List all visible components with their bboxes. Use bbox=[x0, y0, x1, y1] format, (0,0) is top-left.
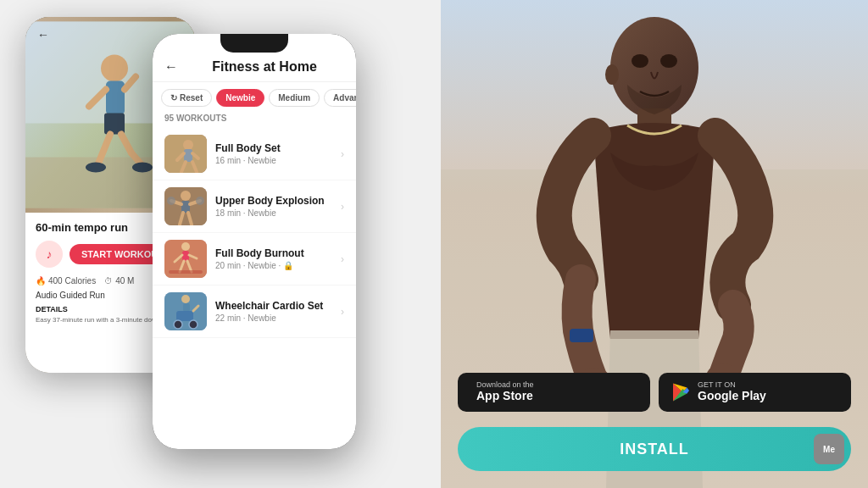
chevron-right-icon: › bbox=[341, 201, 344, 213]
list-item[interactable]: Full Body Burnout 20 min · Newbie · 🔒 › bbox=[153, 233, 356, 286]
svg-point-42 bbox=[174, 320, 182, 329]
workout-info: Wheelchair Cardio Set 22 min · Newbie bbox=[215, 300, 332, 323]
svg-rect-54 bbox=[570, 329, 593, 342]
fire-icon: 🔥 bbox=[36, 276, 46, 286]
svg-point-51 bbox=[605, 64, 619, 85]
list-item[interactable]: Full Body Set 16 min · Newbie › bbox=[153, 128, 356, 180]
workout-info: Full Body Burnout 20 min · Newbie · 🔒 bbox=[215, 247, 332, 270]
filter-row: ↻ Reset Newbie Medium Advanced bbox=[153, 82, 356, 114]
google-play-small-text: GET IT ON bbox=[698, 381, 766, 389]
google-play-big-text: Google Play bbox=[698, 389, 766, 403]
svg-rect-32 bbox=[182, 251, 189, 261]
store-buttons-container: Download on the App Store GET IT ON Goog… bbox=[458, 373, 851, 412]
workout-info: Upper Body Explosion 18 min · Newbie bbox=[215, 195, 332, 218]
google-play-text: GET IT ON Google Play bbox=[698, 381, 766, 403]
clock-icon: ⏱ bbox=[104, 276, 113, 286]
workout-image bbox=[164, 292, 207, 330]
svg-point-43 bbox=[189, 320, 198, 329]
chevron-right-icon: › bbox=[341, 306, 344, 318]
svg-point-53 bbox=[660, 54, 677, 68]
workout-image bbox=[164, 240, 207, 278]
phone-front: ← Fitness at Home ↻ Reset Newbie Medium bbox=[153, 34, 356, 449]
app-store-small-text: Download on the bbox=[476, 381, 534, 389]
app-store-text: Download on the App Store bbox=[476, 381, 534, 403]
filter-newbie[interactable]: Newbie bbox=[216, 89, 264, 107]
workout-thumbnail bbox=[164, 292, 207, 330]
left-section: ← 60-min tempo run ♪ START WORKOUT 🔥 400… bbox=[0, 0, 441, 488]
workouts-count: 95 WORKOUTS bbox=[153, 114, 356, 128]
chevron-right-icon: › bbox=[341, 253, 344, 265]
app-store-button[interactable]: Download on the App Store bbox=[458, 373, 650, 412]
svg-point-26 bbox=[167, 197, 175, 205]
workout-name: Full Body Set bbox=[215, 142, 332, 154]
svg-rect-23 bbox=[181, 201, 190, 213]
workout-info: Full Body Set 16 min · Newbie bbox=[215, 142, 332, 165]
svg-point-52 bbox=[632, 54, 648, 68]
google-play-button[interactable]: GET IT ON Google Play bbox=[659, 373, 851, 412]
workout-thumbnail bbox=[164, 240, 207, 278]
workout-meta: 18 min · Newbie bbox=[215, 208, 332, 218]
right-section: Download on the App Store GET IT ON Goog… bbox=[441, 0, 868, 488]
filter-medium[interactable]: Medium bbox=[269, 89, 320, 107]
workout-meta: 22 min · Newbie bbox=[215, 313, 332, 323]
svg-point-31 bbox=[181, 242, 190, 251]
reset-label: Reset bbox=[180, 93, 203, 103]
advanced-label: Advanced bbox=[333, 93, 356, 103]
svg-rect-37 bbox=[169, 270, 203, 274]
fitness-title: Fitness at Home bbox=[185, 59, 344, 75]
calories-value: 400 Calories bbox=[48, 276, 96, 286]
avatar[interactable]: Me bbox=[814, 434, 844, 464]
svg-rect-41 bbox=[176, 311, 193, 321]
medium-label: Medium bbox=[278, 93, 310, 103]
app-store-big-text: App Store bbox=[476, 389, 534, 403]
workout-name: Upper Body Explosion bbox=[215, 195, 332, 207]
right-background bbox=[441, 0, 868, 488]
svg-point-12 bbox=[132, 163, 153, 173]
svg-rect-16 bbox=[184, 149, 192, 162]
svg-point-15 bbox=[183, 140, 193, 150]
workout-image bbox=[164, 135, 207, 173]
calories-stat: 🔥 400 Calories bbox=[36, 276, 96, 286]
svg-point-22 bbox=[181, 191, 191, 201]
chevron-right-icon: › bbox=[341, 148, 344, 160]
workout-meta: 20 min · Newbie · 🔒 bbox=[215, 261, 332, 270]
svg-point-3 bbox=[101, 55, 128, 82]
svg-point-27 bbox=[196, 197, 204, 205]
workout-name: Full Body Burnout bbox=[215, 247, 332, 259]
phone-front-screen: ← Fitness at Home ↻ Reset Newbie Medium bbox=[153, 34, 356, 449]
svg-rect-4 bbox=[106, 81, 125, 115]
athlete-image bbox=[441, 0, 868, 488]
list-item[interactable]: Wheelchair Cardio Set 22 min · Newbie › bbox=[153, 286, 356, 338]
newbie-label: Newbie bbox=[225, 93, 255, 103]
time-stat: ⏱ 40 M bbox=[104, 276, 134, 286]
svg-point-11 bbox=[86, 163, 106, 173]
time-value: 40 M bbox=[115, 276, 134, 286]
svg-rect-40 bbox=[183, 303, 190, 312]
svg-point-39 bbox=[181, 295, 190, 303]
workout-thumbnail bbox=[164, 187, 207, 225]
workout-name: Wheelchair Cardio Set bbox=[215, 300, 332, 312]
phone-notch bbox=[220, 34, 288, 53]
workout-meta: 16 min · Newbie bbox=[215, 156, 332, 165]
filter-advanced[interactable]: Advanced bbox=[324, 89, 356, 107]
workout-thumbnail bbox=[164, 135, 207, 173]
install-button[interactable]: INSTALL bbox=[458, 427, 851, 471]
filter-reset[interactable]: ↻ Reset bbox=[161, 89, 212, 107]
workout-list: Full Body Set 16 min · Newbie › bbox=[153, 128, 356, 449]
main-container: ← 60-min tempo run ♪ START WORKOUT 🔥 400… bbox=[0, 0, 868, 488]
reset-icon: ↻ bbox=[170, 93, 177, 103]
list-item[interactable]: Upper Body Explosion 18 min · Newbie › bbox=[153, 180, 356, 233]
svg-text:←: ← bbox=[37, 28, 49, 42]
music-button[interactable]: ♪ bbox=[36, 241, 63, 268]
back-arrow-icon[interactable]: ← bbox=[164, 59, 178, 75]
workout-image bbox=[164, 187, 207, 225]
google-play-icon bbox=[670, 382, 691, 402]
